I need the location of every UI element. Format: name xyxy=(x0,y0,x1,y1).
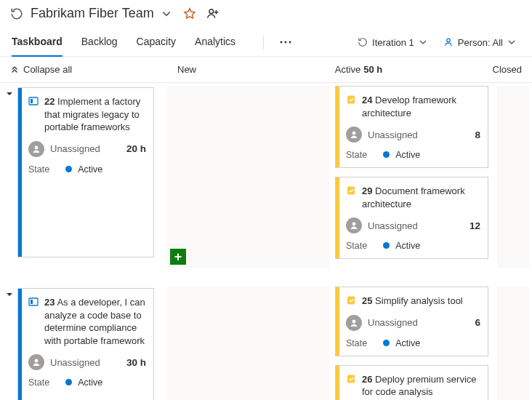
state-dot-icon xyxy=(383,242,390,249)
collapse-lane-icon[interactable] xyxy=(6,291,13,400)
state-label: State xyxy=(346,150,367,160)
story-title: As a developer, I can analyze a code bas… xyxy=(44,297,145,346)
state-value: Active xyxy=(78,164,102,175)
story-card[interactable]: 22 Implement a factory that migrates leg… xyxy=(17,87,154,257)
state-value: Active xyxy=(395,150,420,160)
svg-rect-17 xyxy=(347,375,355,383)
assignee-avatar-icon xyxy=(28,141,44,157)
state-dot-icon xyxy=(65,166,72,172)
story-id: 22 xyxy=(44,96,55,107)
column-new: New xyxy=(167,57,325,82)
svg-rect-12 xyxy=(29,298,38,305)
state-label: State xyxy=(28,164,49,175)
svg-point-0 xyxy=(209,9,214,13)
assignee-label[interactable]: Unassigned xyxy=(50,143,100,154)
svg-rect-8 xyxy=(347,96,355,104)
assignee-label[interactable]: Unassigned xyxy=(50,357,100,368)
story-hours: 20 h xyxy=(126,143,146,154)
swim-lane: 22 Implement a factory that migrates leg… xyxy=(0,83,532,271)
favorite-star-icon[interactable] xyxy=(183,7,196,20)
column-active: Active50 h xyxy=(325,57,483,82)
assignee-avatar-icon xyxy=(346,127,362,143)
svg-rect-10 xyxy=(347,187,355,195)
iteration-picker[interactable]: Iteration 1 xyxy=(353,34,432,51)
assignee-avatar-icon xyxy=(28,354,44,370)
task-title: Deploy premium service for code analysis xyxy=(362,374,477,398)
svg-point-14 xyxy=(35,359,39,363)
task-id: 24 xyxy=(362,95,372,105)
column-headers: Collapse all New Active50 h Closed xyxy=(0,57,532,83)
tab-analytics[interactable]: Analytics xyxy=(195,28,235,56)
tab-separator xyxy=(263,35,264,49)
person-filter[interactable]: Person: All xyxy=(439,34,520,51)
task-id: 25 xyxy=(362,295,372,306)
tab-capacity[interactable]: Capacity xyxy=(137,28,176,56)
svg-point-3 xyxy=(289,41,291,44)
state-label: State xyxy=(346,338,367,348)
story-id: 23 xyxy=(44,297,55,308)
lane-new[interactable] xyxy=(167,287,329,400)
svg-point-1 xyxy=(281,41,283,44)
assignee-label[interactable]: Unassigned xyxy=(368,129,418,140)
state-value: Active xyxy=(78,377,102,388)
task-icon xyxy=(346,295,356,305)
svg-rect-6 xyxy=(31,99,33,103)
tab-taskboard[interactable]: Taskboard xyxy=(12,28,63,56)
add-card-button[interactable]: + xyxy=(170,249,186,265)
story-icon xyxy=(28,297,39,307)
task-title: Simplify analysis tool xyxy=(375,295,463,306)
add-member-icon[interactable] xyxy=(206,7,219,20)
state-dot-icon xyxy=(383,340,390,346)
story-card[interactable]: 23 As a developer, I can analyze a code … xyxy=(17,288,154,400)
svg-point-16 xyxy=(352,319,356,323)
team-name: Fabrikam Fiber Team xyxy=(31,6,154,21)
svg-rect-5 xyxy=(29,97,38,105)
state-label: State xyxy=(28,377,49,388)
svg-point-4 xyxy=(447,39,451,42)
task-title: Develop framework architecture xyxy=(362,95,456,119)
lane-active[interactable]: 24 Develop framework architecture Unassi… xyxy=(332,83,494,271)
task-title: Document framework architecture xyxy=(362,185,465,209)
lane-closed[interactable] xyxy=(497,86,529,268)
lane-closed[interactable] xyxy=(497,287,529,400)
task-card[interactable]: 29 Document framework architecture Unass… xyxy=(335,177,488,259)
task-hours: 6 xyxy=(475,317,480,328)
task-id: 26 xyxy=(362,374,372,385)
column-closed: Closed xyxy=(483,57,532,82)
svg-point-11 xyxy=(352,223,356,226)
assignee-avatar-icon xyxy=(346,217,362,233)
story-hours: 30 h xyxy=(126,357,146,368)
collapse-lane-icon[interactable] xyxy=(6,90,13,266)
state-value: Active xyxy=(395,241,420,251)
task-id: 29 xyxy=(362,185,372,196)
assignee-avatar-icon xyxy=(346,315,362,331)
task-card[interactable]: 26 Deploy premium service for code analy… xyxy=(335,365,488,400)
lane-active[interactable]: 25 Simplify analysis tool Unassigned 6 S… xyxy=(332,284,494,400)
column-active-hours: 50 h xyxy=(363,64,382,75)
story-title: Implement a factory that migrates legacy… xyxy=(44,96,140,132)
story-icon xyxy=(28,96,39,106)
task-card[interactable]: 25 Simplify analysis tool Unassigned 6 S… xyxy=(335,287,488,356)
collapse-all-button[interactable]: Collapse all xyxy=(0,57,167,82)
assignee-label[interactable]: Unassigned xyxy=(368,317,418,328)
svg-rect-13 xyxy=(31,300,33,304)
state-dot-icon xyxy=(65,379,72,385)
team-dropdown[interactable] xyxy=(161,9,172,19)
state-label: State xyxy=(346,241,367,251)
lane-new[interactable]: + xyxy=(167,86,329,268)
svg-point-2 xyxy=(285,41,287,44)
task-icon xyxy=(346,374,356,384)
task-icon xyxy=(346,95,356,105)
state-value: Active xyxy=(395,338,420,348)
team-header: Fabrikam Fiber Team xyxy=(0,0,532,28)
assignee-label[interactable]: Unassigned xyxy=(368,220,418,231)
task-icon xyxy=(346,185,356,196)
svg-point-7 xyxy=(35,145,39,149)
iteration-label: Iteration 1 xyxy=(372,37,414,48)
task-card[interactable]: 24 Develop framework architecture Unassi… xyxy=(335,86,488,168)
tab-backlog[interactable]: Backlog xyxy=(81,28,118,56)
tab-more-button[interactable] xyxy=(273,41,299,44)
svg-point-9 xyxy=(352,132,356,135)
svg-rect-15 xyxy=(347,297,355,305)
sprint-cycle-icon xyxy=(10,7,23,20)
